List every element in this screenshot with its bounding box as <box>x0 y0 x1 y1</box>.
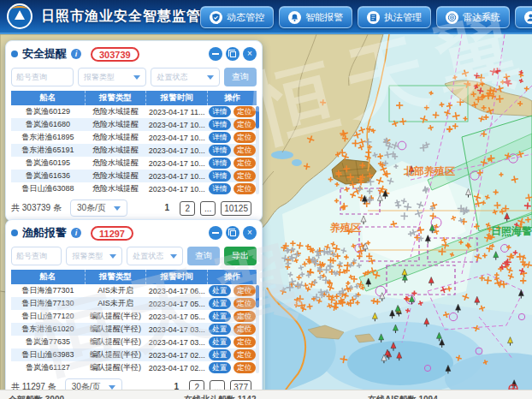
minimize-button[interactable] <box>209 47 222 61</box>
detail-button[interactable]: 详情 <box>209 158 231 169</box>
cell-alarm-time: 2023-04-17 10... <box>146 170 208 182</box>
close-button[interactable]: × <box>243 226 257 240</box>
cell-alarm-type: 危险水域提醒 <box>85 105 146 118</box>
app-logo <box>7 3 33 29</box>
alarm-type-select-value: 报警类型 <box>72 251 103 262</box>
locate-button[interactable]: 定位 <box>233 349 256 360</box>
minimize-button[interactable] <box>209 226 222 240</box>
shield-check-icon <box>210 11 222 24</box>
locate-button[interactable]: 定位 <box>233 311 256 322</box>
window-controls: × <box>209 226 257 240</box>
cell-ship-name: 鲁日海渔77301 <box>11 284 85 297</box>
export-button[interactable]: 导出 <box>224 247 257 265</box>
detail-button[interactable]: 详情 <box>209 132 231 143</box>
alarm-type-select[interactable]: 报警类型 <box>66 247 122 265</box>
search-button[interactable]: 查询 <box>224 68 257 86</box>
filter-row: 报警类型处置状态查询 <box>11 68 257 86</box>
locate-button[interactable]: 定位 <box>233 158 256 169</box>
detail-button[interactable]: 详情 <box>209 170 231 182</box>
detail-button[interactable]: 详情 <box>209 119 231 130</box>
cell-actions: 详情定位 <box>208 131 257 144</box>
ship-number-search-input[interactable] <box>11 68 74 86</box>
table-body: 鲁岚渔60129危险水域提醒2023-04-17 11...详情定位鲁岚渔616… <box>11 105 257 195</box>
handle-button[interactable]: 处置 <box>209 362 231 373</box>
detail-button[interactable]: 详情 <box>209 106 231 117</box>
cell-ship-name: 鲁日山渔63983 <box>11 348 85 361</box>
scrollbar-thumb[interactable] <box>256 106 259 128</box>
cell-alarm-time: 2023-04-17 10... <box>146 182 208 195</box>
restore-button[interactable] <box>226 47 239 61</box>
handle-button[interactable]: 处置 <box>209 298 231 309</box>
locate-button[interactable]: 定位 <box>233 145 256 156</box>
cell-actions: 处置定位 <box>208 297 257 310</box>
detail-button[interactable]: 详情 <box>209 145 231 156</box>
handle-status-select[interactable]: 处置状态 <box>151 68 220 86</box>
status-stat: 在线北斗船数 1142 <box>184 394 256 399</box>
table-row: 鲁日海渔77301AIS未开启2023-04-17 06...处置定位 <box>11 284 257 297</box>
panel-title: 渔船报警 <box>22 225 67 241</box>
nav-item-1[interactable]: 动态管控 <box>200 6 274 28</box>
radar-icon <box>446 11 458 24</box>
filter-row: 报警类型处置状态查询导出 <box>11 247 257 265</box>
cell-alarm-time: 2023-04-17 11... <box>146 105 208 118</box>
locate-button[interactable]: 定位 <box>233 106 256 117</box>
alarm-table: 船名报警类型报警时间操作鲁岚渔60129危险水域提醒2023-04-17 11.… <box>11 91 257 195</box>
cell-ship-name: 鲁日海渔77130 <box>11 297 85 310</box>
locate-button[interactable]: 定位 <box>233 362 256 373</box>
alarm-type-select[interactable]: 报警类型 <box>78 68 147 86</box>
close-button[interactable]: × <box>243 47 257 61</box>
panel-vessel-alarm: 渔船报警i11297×报警类型处置状态查询导出船名报警类型报警时间操作鲁日海渔7… <box>5 219 263 399</box>
cell-alarm-type: 编队提醒(半径) <box>85 348 146 361</box>
cell-alarm-type: 编队提醒(半径) <box>85 310 146 323</box>
handle-button[interactable]: 处置 <box>209 336 231 348</box>
cell-alarm-type: 编队提醒(半径) <box>85 323 146 336</box>
locate-button[interactable]: 定位 <box>233 336 256 348</box>
cell-ship-name: 鲁岚渔61636 <box>11 170 85 182</box>
handle-button[interactable]: 处置 <box>209 311 231 322</box>
cell-alarm-time: 2023-04-17 05... <box>146 310 208 323</box>
nav-item-2[interactable]: 智能报警 <box>279 6 352 28</box>
handle-button[interactable]: 处置 <box>209 285 231 296</box>
cell-actions: 详情定位 <box>208 170 257 182</box>
panel-title: 安全提醒 <box>22 46 67 62</box>
table-scrollbar[interactable] <box>256 285 259 373</box>
locate-button[interactable]: 定位 <box>233 119 256 130</box>
locate-button[interactable]: 定位 <box>233 298 256 309</box>
restore-button[interactable] <box>226 226 239 240</box>
handle-button[interactable]: 处置 <box>209 349 231 360</box>
locate-button[interactable]: 定位 <box>233 285 256 296</box>
handle-button[interactable]: 处置 <box>209 324 231 335</box>
nav-item-label: 雷达系统 <box>463 11 500 24</box>
column-header: 报警类型 <box>85 270 146 284</box>
search-button[interactable]: 查询 <box>187 247 220 265</box>
cell-alarm-type: 编队提醒(半径) <box>85 336 146 348</box>
table-row: 鲁日山渔63088危险水域提醒2023-04-17 10...详情定位 <box>11 182 257 195</box>
nav-item-5[interactable]: 海岸监控 <box>515 6 532 28</box>
info-icon[interactable]: i <box>71 49 81 59</box>
ship-number-search-input[interactable] <box>11 247 62 265</box>
handle-status-select[interactable]: 处置状态 <box>127 247 183 265</box>
cell-ship-name: 鲁日山渔63088 <box>11 182 85 195</box>
locate-button[interactable]: 定位 <box>233 324 256 335</box>
cell-actions: 处置定位 <box>208 310 257 323</box>
handle-status-select-value: 处置状态 <box>157 72 187 83</box>
column-header: 船名 <box>11 91 85 105</box>
scrollbar-thumb[interactable] <box>256 285 259 307</box>
info-icon[interactable]: i <box>71 228 81 238</box>
locate-button[interactable]: 定位 <box>233 132 256 143</box>
cell-ship-name: 鲁东港渔61020 <box>11 323 85 336</box>
table-row: 鲁岚渔60129危险水域提醒2023-04-17 11...详情定位 <box>11 105 257 118</box>
table-scrollbar[interactable] <box>256 106 259 194</box>
page-ellipsis[interactable]: ... <box>200 201 216 216</box>
nav-item-4[interactable]: 雷达系统 <box>436 6 510 28</box>
nav-item-3[interactable]: 执法管理 <box>358 6 431 28</box>
page-size-select[interactable]: 30条/页 <box>70 200 127 217</box>
locate-button[interactable]: 定位 <box>233 183 256 194</box>
page-button[interactable]: 10125 <box>221 201 251 216</box>
cell-alarm-time: 2023-04-17 03... <box>146 323 208 336</box>
detail-button[interactable]: 详情 <box>209 183 231 194</box>
locate-button[interactable]: 定位 <box>233 170 256 182</box>
page-button[interactable]: 2 <box>180 201 195 216</box>
table-header-row: 船名报警类型报警时间操作 <box>11 91 257 105</box>
status-stat: 在线AIS船数 1094 <box>368 394 438 399</box>
